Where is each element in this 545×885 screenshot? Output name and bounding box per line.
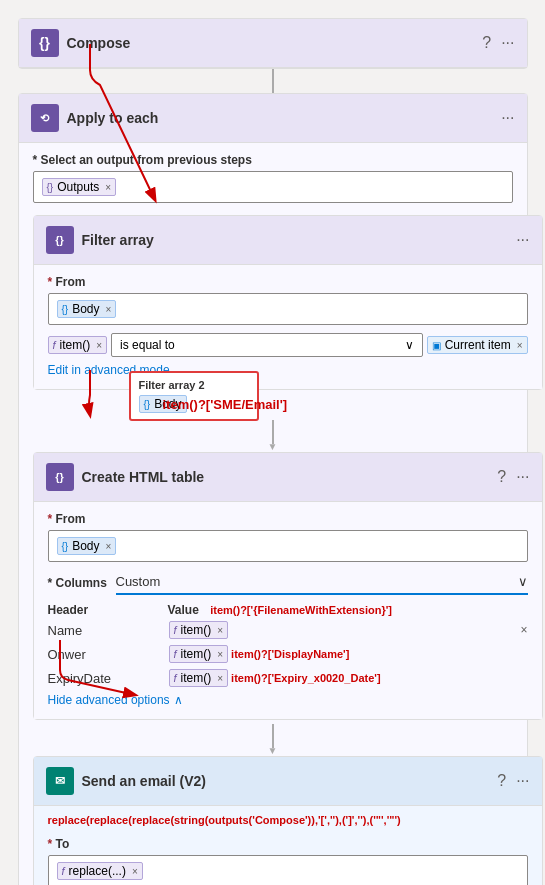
compose-help-icon[interactable]: ? bbox=[482, 34, 491, 52]
ht-body-token: {} Body × bbox=[57, 537, 117, 555]
owner-token-close[interactable]: × bbox=[217, 649, 223, 660]
html-table-body: * From {} Body × * Columns Custom bbox=[34, 502, 542, 719]
filter-title: Filter array bbox=[82, 232, 509, 248]
body-token-icon: {} bbox=[62, 304, 69, 315]
current-item-label: Current item bbox=[445, 338, 511, 352]
ht-row-expiry-label: ExpiryDate bbox=[48, 671, 163, 686]
current-item-close[interactable]: × bbox=[517, 340, 523, 351]
body-token: {} Body × bbox=[57, 300, 117, 318]
apply-select-input[interactable]: {} Outputs × bbox=[33, 171, 513, 203]
ht-from-row: * From {} Body × bbox=[48, 512, 528, 562]
apply-header: ⟲ Apply to each ··· bbox=[19, 94, 527, 143]
send-email-help-icon[interactable]: ? bbox=[497, 772, 506, 790]
hide-adv-chevron: ∧ bbox=[174, 693, 183, 707]
compose-more-icon[interactable]: ··· bbox=[501, 34, 514, 52]
connector-2 bbox=[272, 420, 274, 444]
chevron-down-icon: ∨ bbox=[405, 338, 414, 352]
ht-owner-item-token: f item() × bbox=[169, 645, 229, 663]
nested-body-icon: {} bbox=[144, 399, 151, 410]
body-token-close[interactable]: × bbox=[106, 304, 112, 315]
ht-value-col: Value item()?['{FilenameWithExtension}'] bbox=[168, 603, 528, 617]
current-item-token: ▣ Current item × bbox=[427, 336, 528, 354]
compose-actions: ? ··· bbox=[482, 34, 514, 52]
sme-annotation: item()?['SME/Email'] bbox=[163, 397, 288, 412]
edit-adv-mode[interactable]: Edit in advanced mode bbox=[48, 363, 528, 377]
to-row: * To f replace(...) × bbox=[48, 837, 528, 885]
filter-actions: ··· bbox=[516, 231, 529, 249]
canvas: {} Compose ? ··· ⟲ Apply to each ··· * S… bbox=[0, 0, 545, 885]
send-email-block: ✉ Send an email (V2) ? ··· replace(repla… bbox=[33, 756, 543, 885]
ht-columns-label: * Columns bbox=[48, 576, 108, 590]
compose-block: {} Compose ? ··· bbox=[18, 18, 528, 69]
display-annotation: item()?['DisplayName'] bbox=[231, 648, 349, 660]
html-table-header: {} Create HTML table ? ··· bbox=[34, 453, 542, 502]
compose-title: Compose bbox=[67, 35, 475, 51]
html-table-actions: ? ··· bbox=[497, 468, 529, 486]
ht-row-name-label: Name bbox=[48, 623, 163, 638]
compose-icon: {} bbox=[31, 29, 59, 57]
send-email-icon: ✉ bbox=[46, 767, 74, 795]
ht-name-item-token: f item() × bbox=[169, 621, 229, 639]
item-token: f item() × bbox=[48, 336, 108, 354]
ht-row-owner-label: Onwer bbox=[48, 647, 163, 662]
send-email-actions: ? ··· bbox=[497, 772, 529, 790]
apply-select-label: * Select an output from previous steps bbox=[33, 153, 513, 167]
ht-row-owner: Onwer f item() × item()?['DisplayName'] bbox=[48, 645, 528, 663]
ht-row-name-delete[interactable]: × bbox=[520, 623, 527, 637]
filter-from-row: * From {} Body × bbox=[48, 275, 528, 325]
ht-from-input[interactable]: {} Body × bbox=[48, 530, 528, 562]
item-token-icon: f bbox=[53, 339, 56, 351]
body-token-label: Body bbox=[72, 302, 99, 316]
ht-from-label: * From bbox=[48, 512, 528, 526]
apply-title: Apply to each bbox=[67, 110, 494, 126]
outputs-token-label: Outputs bbox=[57, 180, 99, 194]
ht-row-expiry: ExpiryDate f item() × item()?['Expiry_x0… bbox=[48, 669, 528, 687]
to-replace-token: f replace(...) × bbox=[57, 862, 143, 880]
filter-more-icon[interactable]: ··· bbox=[516, 231, 529, 249]
expiry-fx-icon: f bbox=[174, 672, 177, 684]
to-token-close[interactable]: × bbox=[132, 866, 138, 877]
apply-body: * Select an output from previous steps {… bbox=[19, 143, 527, 885]
ht-columns-row: * Columns Custom ∨ bbox=[48, 570, 528, 595]
nested-filter-block: Filter array 2 {} Body bbox=[129, 371, 259, 421]
nested-filter-title: Filter array 2 bbox=[139, 379, 249, 391]
current-item-icon: ▣ bbox=[432, 340, 441, 351]
html-table-help-icon[interactable]: ? bbox=[497, 468, 506, 486]
compose-header: {} Compose ? ··· bbox=[19, 19, 527, 68]
name-token-close[interactable]: × bbox=[217, 625, 223, 636]
to-label: * To bbox=[48, 837, 528, 851]
hide-adv-btn[interactable]: Hide advanced options ∧ bbox=[48, 693, 528, 707]
ht-expiry-item-token: f item() × bbox=[169, 669, 229, 687]
apply-to-each-block: ⟲ Apply to each ··· * Select an output f… bbox=[18, 93, 528, 885]
to-token-label: replace(...) bbox=[69, 864, 126, 878]
ht-columns-value[interactable]: Custom ∨ bbox=[116, 570, 528, 595]
connector-3 bbox=[272, 724, 274, 748]
send-email-body: * To f replace(...) × * Subject bbox=[34, 827, 542, 885]
filter-condition-row: f item() × is equal to ∨ ▣ Current item bbox=[48, 333, 528, 357]
replace-annotation-container: replace(replace(replace(string(outputs('… bbox=[34, 806, 542, 827]
apply-more-icon[interactable]: ··· bbox=[501, 109, 514, 127]
outputs-token-icon: {} bbox=[47, 182, 54, 193]
ht-row-name-value: f item() × bbox=[169, 621, 515, 639]
ht-body-close[interactable]: × bbox=[106, 541, 112, 552]
item-token-close[interactable]: × bbox=[96, 340, 102, 351]
html-table-more-icon[interactable]: ··· bbox=[516, 468, 529, 486]
expiry-annotation: item()?['Expiry_x0020_Date'] bbox=[231, 672, 381, 684]
ht-row-name: Name f item() × × bbox=[48, 621, 528, 639]
condition-dropdown[interactable]: is equal to ∨ bbox=[111, 333, 423, 357]
apply-actions: ··· bbox=[501, 109, 514, 127]
filter-array-block: {} Filter array ··· Filter array 2 {} B bbox=[33, 215, 543, 390]
expiry-token-close[interactable]: × bbox=[217, 673, 223, 684]
ht-row-expiry-value: f item() × item()?['Expiry_x0020_Date'] bbox=[169, 669, 528, 687]
apply-icon: ⟲ bbox=[31, 104, 59, 132]
send-email-more-icon[interactable]: ··· bbox=[516, 772, 529, 790]
name-fx-icon: f bbox=[174, 624, 177, 636]
to-fx-icon: f bbox=[62, 865, 65, 877]
outputs-token-close[interactable]: × bbox=[105, 182, 111, 193]
filter-array-header: {} Filter array ··· bbox=[34, 216, 542, 265]
ht-chevron-icon: ∨ bbox=[518, 574, 528, 589]
ht-table-headers: Header Value item()?['{FilenameWithExten… bbox=[48, 603, 528, 617]
filter-from-input[interactable]: {} Body × bbox=[48, 293, 528, 325]
to-input[interactable]: f replace(...) × bbox=[48, 855, 528, 885]
filter-from-label: * From bbox=[48, 275, 528, 289]
